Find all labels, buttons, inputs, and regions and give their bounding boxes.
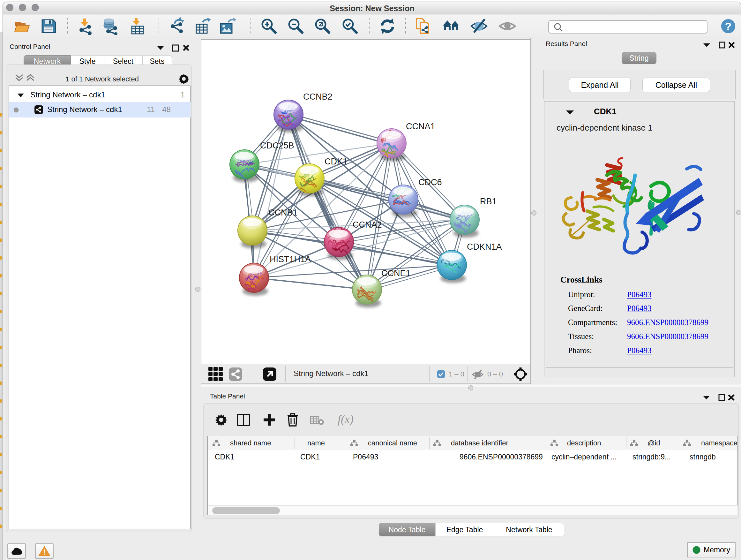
svg-text:CCNB1: CCNB1 — [268, 208, 298, 217]
svg-text:RB1: RB1 — [480, 197, 497, 206]
svg-text:CCNA1: CCNA1 — [406, 122, 435, 131]
svg-text:?: ? — [725, 20, 732, 32]
svg-text:CDC25B: CDC25B — [260, 141, 294, 150]
svg-text:CCNE1: CCNE1 — [381, 268, 411, 278]
svg-text:CDC6: CDC6 — [418, 178, 442, 187]
svg-text:CCNB2: CCNB2 — [303, 92, 333, 102]
svg-text:HIST1H1A: HIST1H1A — [270, 254, 311, 264]
svg-text:CDK1: CDK1 — [325, 157, 347, 166]
svg-text:CDKN1A: CDKN1A — [467, 242, 502, 252]
svg-text:CCNA2: CCNA2 — [353, 220, 382, 230]
